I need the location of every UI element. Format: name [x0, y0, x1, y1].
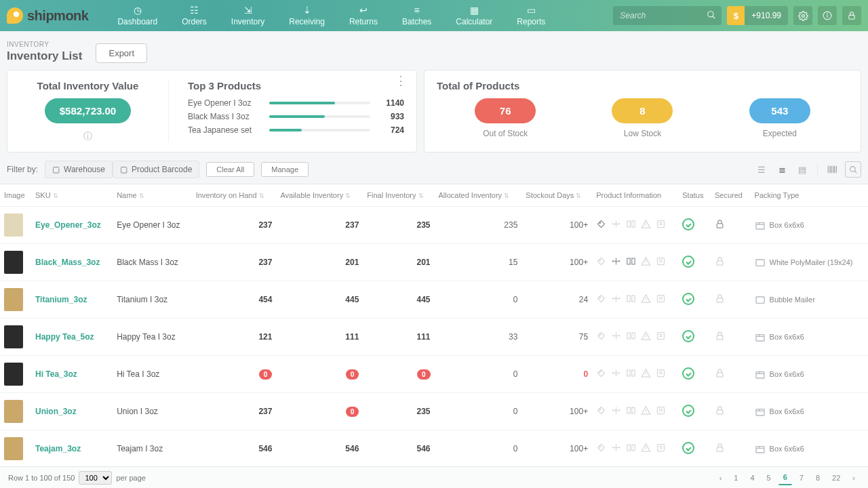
product-thumb — [0, 356, 31, 393]
inventory-on-hand: 237 — [192, 207, 277, 244]
lock-icon — [715, 259, 725, 268]
export-button[interactable]: Export — [96, 43, 147, 63]
nav-returns[interactable]: ↩Returns — [337, 2, 390, 29]
view-compact-icon[interactable]: ☰ — [753, 161, 770, 178]
col-available-inventory[interactable]: Available Inventory⇅ — [276, 184, 363, 207]
page-prev[interactable]: ‹ — [715, 471, 727, 485]
svg-line-1 — [713, 16, 715, 19]
nav-dashboard[interactable]: ◷Dashboard — [105, 2, 170, 29]
product-thumb — [0, 244, 31, 281]
logo[interactable]: shipmonk — [7, 7, 88, 24]
page-1[interactable]: 1 — [729, 471, 743, 485]
page-next[interactable]: › — [848, 471, 860, 485]
table-row[interactable]: Teajam_3ozTeajam I 3oz5465465460100+Box … — [0, 430, 868, 468]
table-row[interactable]: Black_Mass_3ozBlack Mass I 3oz2372012011… — [0, 244, 868, 281]
total-out-of-stock[interactable]: 76Out of Stock — [475, 98, 536, 138]
filter-chip-product-barcode[interactable]: ▢Product Barcode — [113, 161, 199, 178]
col-inventory-on-hand[interactable]: Inventory on Hand⇅ — [192, 184, 277, 207]
page-4[interactable]: 4 — [745, 471, 759, 485]
dimensions-icon — [611, 443, 621, 455]
manage-button[interactable]: Manage — [261, 162, 309, 177]
warning-icon — [641, 256, 651, 268]
final-inventory: 201 — [363, 244, 434, 281]
status-ok-icon — [682, 218, 694, 230]
view-list-icon[interactable]: ≣ — [774, 161, 790, 178]
nav-icon: ▭ — [527, 5, 536, 16]
page-7[interactable]: 7 — [795, 471, 808, 485]
filter-chip-warehouse[interactable]: ▢Warehouse — [45, 161, 113, 178]
sku-link[interactable]: Happy Tea_5oz — [35, 332, 94, 342]
nav-inventory[interactable]: ⇲Inventory — [219, 2, 277, 29]
page-22[interactable]: 22 — [827, 471, 845, 485]
col-name[interactable]: Name⇅ — [113, 184, 191, 207]
col-sku[interactable]: SKU⇅ — [31, 184, 113, 207]
table-row[interactable]: Titanium_3ozTitanium I 3oz454445445024Bu… — [0, 281, 868, 319]
final-inventory: 235 — [363, 393, 434, 430]
note-icon — [656, 331, 666, 343]
nav-orders[interactable]: ☷Orders — [170, 2, 219, 29]
breadcrumb: INVENTORY — [7, 41, 82, 48]
catalog-icon — [626, 368, 636, 380]
catalog-icon — [626, 405, 636, 418]
col-product-information[interactable]: Product Information — [592, 184, 678, 207]
table-row[interactable]: Eye_Opener_3ozEye Opener I 3oz2372372352… — [0, 207, 868, 244]
info-button[interactable] — [818, 6, 837, 25]
wallet-pill[interactable]: $ +910.99 — [727, 6, 788, 25]
sku-link[interactable]: Titanium_3oz — [35, 295, 87, 304]
status-ok-icon — [682, 405, 694, 417]
page-5[interactable]: 5 — [762, 471, 776, 485]
svg-rect-50 — [756, 335, 764, 341]
total-expected[interactable]: 543Expected — [749, 98, 810, 138]
info-icon[interactable]: ⓘ — [20, 130, 156, 142]
nav-calculator[interactable]: ▦Calculator — [443, 2, 505, 29]
barcode-icon[interactable] — [825, 161, 841, 178]
settings-button[interactable] — [793, 6, 812, 25]
sku-link[interactable]: Black_Mass_3oz — [35, 258, 100, 267]
search-icon[interactable] — [707, 10, 716, 22]
nav-batches[interactable]: ≡Batches — [390, 2, 443, 29]
inventory-on-hand: 237 — [192, 393, 277, 430]
col-secured[interactable]: Secured — [711, 184, 751, 207]
nav-receiving[interactable]: ⇣Receiving — [277, 2, 337, 29]
svg-point-5 — [827, 14, 828, 14]
inventory-on-hand: 237 — [192, 244, 277, 281]
nav-icon: ☷ — [190, 5, 199, 16]
lock-button[interactable] — [842, 6, 861, 25]
col-packing-type[interactable]: Packing Type — [751, 184, 868, 207]
warning-icon — [641, 219, 651, 231]
page-8[interactable]: 8 — [811, 471, 825, 485]
sku-link[interactable]: Eye_Opener_3oz — [35, 220, 101, 230]
view-grid-icon[interactable]: ▤ — [794, 161, 810, 178]
dimensions-icon — [611, 219, 621, 231]
available-inventory: 0 — [276, 393, 363, 430]
col-image[interactable]: Image — [0, 184, 31, 207]
svg-rect-6 — [849, 15, 854, 19]
svg-point-51 — [599, 371, 601, 373]
sku-link[interactable]: Hi Tea_3oz — [35, 369, 77, 379]
col-stockout-days[interactable]: Stockout Days⇅ — [521, 184, 592, 207]
product-name: Happy Tea I 3oz — [113, 319, 191, 356]
allocated-inventory: 0 — [435, 356, 522, 393]
more-icon[interactable]: ⋮ — [395, 77, 407, 84]
final-inventory: 235 — [363, 207, 434, 244]
table-row[interactable]: Happy Tea_5ozHappy Tea I 3oz121111111337… — [0, 319, 868, 356]
table-row[interactable]: Union_3ozUnion I 3oz23702350100+Box 6x6x… — [0, 393, 868, 430]
inventory-on-hand: 454 — [192, 281, 277, 319]
svg-rect-67 — [717, 410, 723, 414]
col-final-inventory[interactable]: Final Inventory⇅ — [363, 184, 434, 207]
sku-link[interactable]: Union_3oz — [35, 407, 77, 416]
col-status[interactable]: Status — [678, 184, 711, 207]
nav-reports[interactable]: ▭Reports — [505, 2, 557, 29]
search-toggle-icon[interactable] — [845, 161, 861, 178]
sku-link[interactable]: Teajam_3oz — [35, 444, 81, 453]
clear-all-button[interactable]: Clear All — [206, 162, 254, 177]
search-input[interactable] — [613, 6, 722, 25]
table-row[interactable]: Hi Tea_3ozHi Tea I 3oz00000Box 6x6x6 — [0, 356, 868, 393]
nav-icon: ↩ — [359, 5, 368, 16]
col-allocated-inventory[interactable]: Allocated Inventory⇅ — [435, 184, 522, 207]
note-icon — [656, 256, 666, 268]
nav-icon: ⇣ — [303, 5, 311, 16]
page-6[interactable]: 6 — [778, 470, 792, 485]
per-page-select[interactable]: 100 — [79, 471, 112, 485]
total-low-stock[interactable]: 8Low Stock — [612, 98, 673, 138]
